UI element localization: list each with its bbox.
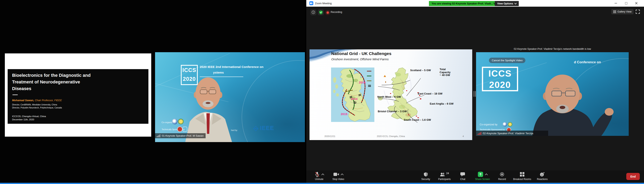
chat-label: Chat [460,178,465,180]
gallery-view-button[interactable]: Gallery View [612,9,634,14]
author-name: Mohamad Sawan, [12,99,34,102]
chevron-up-icon[interactable] [321,173,324,176]
co-organizer-logo-2 [178,119,184,124]
cancel-spotlight-button[interactable]: Cancel the Spotlight Video [489,58,526,63]
map-year-2018: 2018 [359,81,366,84]
chevron-up-icon[interactable] [485,173,488,176]
left-monitor-shared-view: Bioelectronics for the Diagnostic and Tr… [0,0,305,184]
reactions-label: Reactions [537,178,548,180]
label-north-west: North West – 6 GW [378,95,401,98]
slide-text-box: Bioelectronics for the Diagnostic and Tr… [8,69,148,124]
participant-name-bar: 02-Keynote Speaker-Prof. Vladimir Terzij… [476,131,548,136]
scotland-transmission-map [331,68,374,122]
label-total-capacity: Total Capacity ~ 40 GW [440,68,450,77]
desktop: Bioelectronics for the Diagnostic and Tr… [0,0,644,184]
minimize-button[interactable] [612,0,620,7]
sponsor-logo-outline [182,127,187,132]
map-year-2015: 2015 [341,112,347,116]
restore-icon [625,2,627,5]
label-east-coast: East Coast – 18 GW [418,92,442,95]
participants-label: Participants [438,178,451,180]
label-total-line3: ~ 40 GW [440,74,450,77]
participant-name-label: 02-Keynote Speaker-Prof. Vladimir Terzij… [483,132,533,135]
label-bristol-channel: Bristol Channel – 3 GW [378,110,407,113]
label-total-line1: Total [440,68,450,71]
co-organized-label: Co-organized by [480,123,498,126]
recording-indicator-dot [327,12,329,14]
encryption-status-button[interactable] [318,9,324,15]
bioelectronics-slide: Bioelectronics for the Diagnostic and Tr… [5,53,151,137]
slide-page-number: 4 [462,135,464,137]
chevron-up-icon[interactable] [341,173,344,176]
participant-name-label: 01-Keynote Speaker-Prof. M Sawan [162,134,204,137]
video-camera-icon [334,172,339,176]
co-organizer-logo-2 [508,122,512,127]
map-year-2014: 2014 [351,97,358,101]
meeting-toolbar: Unmute Stop Video [306,170,644,184]
co-organizer-logo-1 [503,122,507,127]
share-screen-label: Share Screen [475,178,490,180]
label-south-coast: South Coast – 1.6 GW [404,118,431,121]
stop-video-label: Stop Video [332,178,344,180]
share-screen-icon [478,172,483,177]
ieee-wordmark: IEEE [260,125,274,131]
toolbar-breakout-rooms-button[interactable]: Breakout Rooms [510,171,534,180]
toolbar-unmute-button[interactable]: Unmute [309,171,329,180]
info-icon [312,11,315,14]
date-line: December 11th, 2020 [12,118,34,121]
label-total-line2: Capacity [440,71,450,74]
author-line: Mohamad Sawan, Chair Professor, FIEEE [12,99,62,102]
published-by-label: hed by [231,129,238,131]
participants-count-badge: 24 [446,172,449,175]
window-title: Zoom Meeting [315,2,332,5]
window-titlebar: Zoom Meeting You are viewing 02-Keynote … [306,0,644,7]
record-label: Record [498,178,506,180]
participant-name-bar: 01-Keynote Speaker-Prof. M Sawan [155,133,206,138]
restore-button[interactable] [622,0,630,7]
toolbar-share-screen-button[interactable]: Share Screen [470,171,494,180]
shield-check-icon [319,10,323,15]
venue-line: ICCS'20, Chengdu-Virtual, China [12,115,46,118]
fullscreen-button[interactable] [635,9,640,15]
close-button[interactable] [632,0,641,7]
participants-icon [440,172,446,176]
toolbar-record-button[interactable]: Record [492,171,512,180]
panel-resize-handle[interactable] [474,91,476,98]
toolbar-participants-button[interactable]: 24 Participants [434,171,454,180]
poor-connection-signal-icon [478,132,481,135]
affiliation-2: Director, Polystim Neurotech, Polytechni… [12,106,62,109]
meeting-info-button[interactable] [310,9,316,15]
title-underline [12,95,18,95]
chevron-down-icon [514,2,516,4]
zoom-app-icon [309,1,313,5]
slide-title: Bioelectronics for the Diagnostic and Tr… [12,72,90,92]
video-tile-sawan: ICCS 2020 2020 IEEE 2nd International Co… [155,52,305,142]
toolbar-security-button[interactable]: Security [416,171,436,180]
author-role: Chair Professor, FIEEE [34,99,62,102]
reactions-smiley-icon [540,172,545,177]
toolbar-chat-button[interactable]: Chat [453,171,473,180]
microphone-muted-icon [315,172,320,177]
sponsor-logo-red [177,127,182,132]
gallery-view-label: Gallery View [618,10,632,13]
security-shield-icon [424,172,428,177]
toolbar-reactions-button[interactable]: Reactions [532,171,552,180]
view-options-button[interactable]: View Options [495,1,519,6]
zoom-meeting-window: Zoom Meeting You are viewing 02-Keynote … [306,0,644,184]
fullscreen-icon [636,10,640,14]
slide-footer-venue: 2020 ICCS, Chengdu, China [310,135,472,137]
co-organizer-logo-1 [172,119,178,124]
affiliation-1: Director, CenBRAIN, Westlake University,… [12,103,57,106]
end-meeting-button[interactable]: End [626,173,640,180]
toolbar-stop-video-button[interactable]: Stop Video [328,171,348,180]
connection-signal-icon [157,134,160,137]
security-label: Security [421,178,430,180]
record-icon [500,172,504,176]
slide2-title: National Grid - UK Challenges [331,51,392,56]
speaker-terzija-illustration [476,52,629,136]
grid-icon [614,11,616,13]
minimize-icon [614,3,617,4]
view-options-label: View Options [497,2,513,5]
unmute-label: Unmute [315,178,324,180]
breakout-rooms-label: Breakout Rooms [513,178,531,180]
